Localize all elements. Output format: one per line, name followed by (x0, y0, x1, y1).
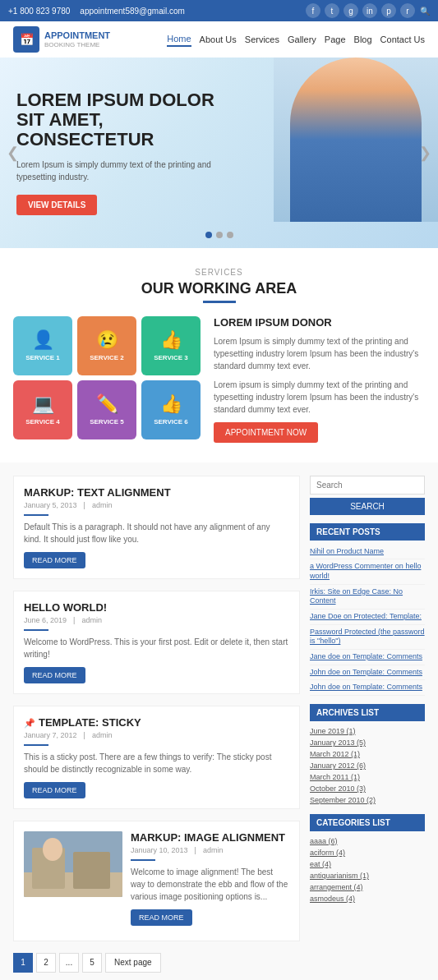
post-3-read-more[interactable]: READ MORE (24, 782, 85, 798)
hero-next-arrow[interactable]: ❯ (419, 144, 431, 162)
pagination: 1 2 ... 5 Next page (13, 953, 300, 973)
sidebar-recent-post-6[interactable]: Jane doe on Template: Comments (310, 650, 425, 665)
post-4-thumb-svg (24, 831, 122, 897)
post-3-excerpt: This is a sticky post. There are a few t… (24, 751, 289, 775)
hero-cta-button[interactable]: VIEW DETAILS (16, 195, 97, 215)
post-1-read-more[interactable]: READ MORE (24, 552, 85, 568)
posts-column: MARKUP: TEXT ALIGNMENT January 5, 2013 |… (13, 476, 300, 973)
nav-contact[interactable]: Contact Us (380, 33, 425, 46)
service-6-label: SERVICE 6 (154, 418, 188, 426)
linkedin-icon[interactable]: in (362, 3, 377, 18)
post-2-excerpt: Welcome to WordPress. This is your first… (24, 636, 289, 660)
post-3-separator (24, 744, 48, 746)
service-desc-title: LOREM IPSUM DONOR (214, 316, 425, 329)
post-4-title: MARKUP: IMAGE ALIGNMENT (131, 831, 289, 844)
post-3-sep: | (84, 731, 85, 739)
post-2-read-more[interactable]: READ MORE (24, 667, 85, 683)
page-btn-2[interactable]: 2 (36, 953, 56, 973)
hero-dots (205, 232, 233, 238)
nav-about[interactable]: About Us (200, 33, 237, 46)
logo-subtitle: BOOKING THEME (44, 41, 110, 48)
service-2-label: SERVICE 2 (90, 354, 124, 361)
logo-text: APPOINTMENT BOOKING THEME (44, 30, 110, 48)
sidebar-recent-post-3[interactable]: Irkis: Site on Edge Case: No Content (310, 585, 425, 610)
sidebar-cat-asmodeus[interactable]: asmodeus (4) (310, 893, 425, 904)
post-4-read-more[interactable]: READ MORE (131, 909, 192, 926)
page-btn-5[interactable]: 5 (82, 953, 102, 973)
service-5-icon: ✏️ (96, 393, 118, 415)
service-box-6[interactable]: 👍SERVICE 6 (141, 380, 201, 439)
sticky-icon: 📌 (24, 718, 35, 728)
sidebar-archives: June 2019 (1) January 2013 (5) March 201… (310, 725, 425, 806)
service-boxes: 👤SERVICE 1 😢SERVICE 2 👍SERVICE 3 💻SERVIC… (13, 316, 201, 443)
sidebar-cat-antiquarianism[interactable]: antiquarianism (1) (310, 870, 425, 881)
sidebar-archive-mar11[interactable]: March 2011 (1) (310, 771, 425, 783)
nav-services[interactable]: Services (245, 33, 279, 46)
nav-blog[interactable]: Blog (354, 33, 372, 46)
hero-description: Lorem Ipsum is simply dummy text of the … (16, 159, 230, 183)
sidebar-archive-june19[interactable]: June 2019 (1) (310, 725, 425, 737)
sidebar-cat-aciform[interactable]: aciform (4) (310, 847, 425, 858)
nav-page[interactable]: Page (325, 33, 346, 46)
post-1-excerpt: Default This is a paragraph. It should n… (24, 521, 289, 545)
post-1-title: MARKUP: TEXT ALIGNMENT (24, 486, 289, 499)
service-box-5[interactable]: ✏️SERVICE 5 (77, 380, 136, 439)
twitter-icon[interactable]: t (325, 3, 339, 18)
hero-prev-arrow[interactable]: ❮ (7, 144, 19, 162)
page-next-button[interactable]: Next page (105, 953, 161, 973)
sidebar-search-input[interactable] (310, 476, 425, 495)
logo: 📅 APPOINTMENT BOOKING THEME (13, 26, 110, 53)
services-layout: 👤SERVICE 1 😢SERVICE 2 👍SERVICE 3 💻SERVIC… (13, 316, 425, 443)
service-box-4[interactable]: 💻SERVICE 4 (13, 380, 72, 439)
svg-point-4 (43, 838, 62, 861)
nav-home[interactable]: Home (167, 32, 191, 47)
top-bar: +1 800 823 9780 appointment589@gmail.com… (0, 0, 438, 21)
sidebar-archive-mar12[interactable]: March 2012 (1) (310, 748, 425, 760)
service-box-3[interactable]: 👍SERVICE 3 (141, 316, 201, 375)
service-desc-p1: Lorem Ipsum is simply dummy text of the … (214, 335, 425, 372)
post-1-separator (24, 514, 48, 516)
sidebar-archive-sep10[interactable]: September 2010 (2) (310, 794, 425, 806)
hero-dot-2[interactable] (216, 232, 223, 238)
social-icons: f t g in p r (306, 3, 415, 18)
service-box-1[interactable]: 👤SERVICE 1 (13, 316, 72, 375)
sidebar-recent-post-4[interactable]: Jane Doe on Protected: Template: (310, 610, 425, 625)
service-description: LOREM IPSUM DONOR Lorem Ipsum is simply … (214, 316, 425, 443)
nav-gallery[interactable]: Gallery (288, 33, 316, 46)
facebook-icon[interactable]: f (306, 3, 320, 18)
sidebar-archive-jan13[interactable]: January 2013 (5) (310, 737, 425, 748)
sidebar-recent-post-1[interactable]: Nihil on Product Name (310, 545, 425, 560)
service-box-2[interactable]: 😢SERVICE 2 (77, 316, 136, 375)
service-1-icon: 👤 (32, 329, 54, 351)
pinterest-icon[interactable]: p (381, 3, 396, 18)
sidebar-cat-arrangement[interactable]: arrangement (4) (310, 881, 425, 893)
logo-icon: 📅 (13, 26, 39, 53)
hero-dot-1[interactable] (205, 232, 212, 238)
google-icon[interactable]: g (343, 3, 358, 18)
post-4-sep: | (195, 846, 196, 854)
sidebar-recent-post-7[interactable]: John doe on Template: Comments (310, 665, 425, 681)
sidebar-search-button[interactable]: SEARCH (310, 498, 425, 515)
rss-icon[interactable]: r (400, 3, 415, 18)
hero-content: LOREM IPSUM DOLOR SIT AMET, CONSECTETUR … (16, 90, 230, 215)
sidebar-archive-jan12[interactable]: January 2012 (6) (310, 760, 425, 771)
service-3-icon: 👍 (160, 329, 182, 351)
phone-number: +1 800 823 9780 (8, 7, 70, 16)
search-icon[interactable]: 🔍 (420, 7, 430, 16)
sidebar-cat-eat[interactable]: eat (4) (310, 858, 425, 870)
nav-links: Home About Us Services Gallery Page Blog… (167, 32, 425, 47)
sidebar-recent-post-2[interactable]: a WordPress Commenter on hello world! (310, 559, 425, 584)
sidebar-recent-post-8[interactable]: John doe on Template: Comments (310, 680, 425, 696)
page-btn-1[interactable]: 1 (13, 953, 33, 973)
hero-dot-3[interactable] (227, 232, 233, 238)
post-4-date: January 10, 2013 (131, 846, 188, 854)
sidebar-cat-aaaa[interactable]: aaaa (6) (310, 835, 425, 847)
appointment-button[interactable]: APPOINTMENT NOW (214, 422, 318, 443)
post-4-meta: January 10, 2013 | admin (131, 846, 289, 854)
sidebar-recent-post-5[interactable]: Password Protected (the password is "hel… (310, 625, 425, 650)
services-section: SERVICES OUR WORKING AREA 👤SERVICE 1 😢SE… (0, 248, 438, 462)
sidebar-archives-title: ARCHIVES LIST (310, 704, 425, 721)
post-2-title: HELLO WORLD! (24, 601, 289, 614)
page-btn-ellipsis: ... (59, 953, 79, 973)
sidebar-archive-oct10[interactable]: October 2010 (3) (310, 783, 425, 794)
